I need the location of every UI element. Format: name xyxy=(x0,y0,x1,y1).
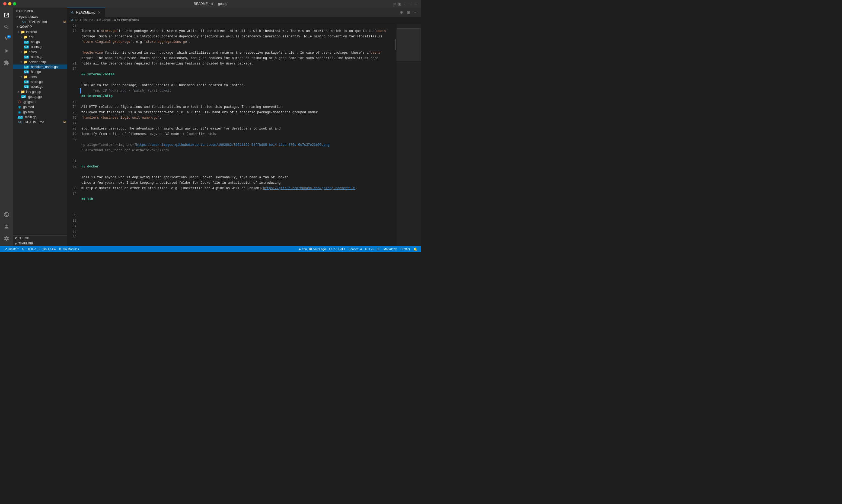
go-icon: Go xyxy=(24,46,29,49)
minimize-button[interactable] xyxy=(8,2,12,5)
folder-lib-icon: 📁 xyxy=(21,90,25,94)
file-gitignore[interactable]: ⬡ .gitignore xyxy=(13,99,67,104)
code-line-82: e.g. handlers_users.go. The advantage of… xyxy=(81,126,394,137)
git-branch[interactable]: ⎇ master* xyxy=(2,246,20,252)
code-line-78: ## internal/http xyxy=(81,93,394,99)
go-modules-icon: ⚙ xyxy=(59,247,62,251)
open-changes-button[interactable]: ⊕ xyxy=(398,9,405,15)
line-ending[interactable]: LF xyxy=(375,246,382,252)
activity-source-control[interactable]: 0 xyxy=(1,34,12,44)
breadcrumb-internal-notes[interactable]: ◈## internal/notes xyxy=(114,18,139,22)
go-icon: Go xyxy=(24,41,29,43)
file-handlers-users-go[interactable]: Go handlers_users.go xyxy=(13,65,67,69)
sync-status[interactable]: ↻ xyxy=(20,246,26,252)
file-notes-go[interactable]: Go notes.go xyxy=(13,54,67,59)
breadcrumb: M↓README.md › ◈# Goapp › ◈## internal/no… xyxy=(67,17,421,23)
code-line-73 xyxy=(81,66,394,72)
timeline-label[interactable]: ▶ TIMELINE xyxy=(13,241,67,246)
folder-notes[interactable]: ▾ 📁 notes xyxy=(13,49,67,54)
folder-api-icon: 📁 xyxy=(23,35,28,39)
go-modules[interactable]: ⚙ Go Modules xyxy=(57,246,80,252)
file-store-go[interactable]: Go store.go xyxy=(13,79,67,84)
folder-server-http[interactable]: ▾ 📁 server / http xyxy=(13,59,67,65)
open-editor-readme[interactable]: M↓ README.md M xyxy=(13,19,67,24)
activity-remote[interactable] xyxy=(1,209,12,220)
split-editor-icon[interactable]: ⊞ xyxy=(393,2,396,6)
activity-account[interactable] xyxy=(1,221,12,232)
file-goapp-go[interactable]: Go goapp.go xyxy=(13,94,67,99)
tab-icon: M↓ xyxy=(70,11,74,14)
folder-users[interactable]: ▾ 📁 users xyxy=(13,74,67,79)
editor-lines[interactable]: There's a `store.go` in this package whi… xyxy=(79,23,394,246)
go-back-icon[interactable]: ← xyxy=(403,2,407,6)
warning-icon: ⚠ xyxy=(34,247,37,251)
folder-lib-goapp[interactable]: ▾ 📁 lib / goapp xyxy=(13,89,67,94)
errors-count[interactable]: ⊗ 0 ⚠ 0 xyxy=(26,246,41,252)
git-blame[interactable]: ◈ You, 18 hours ago xyxy=(297,246,328,252)
scrollbar-thumb[interactable] xyxy=(395,39,396,50)
formatter[interactable]: Prettier xyxy=(399,246,412,252)
split-editor-right-button[interactable]: ⊞ xyxy=(405,9,412,15)
file-readme-root[interactable]: M↓ README.md M xyxy=(13,120,67,125)
activity-extensions[interactable] xyxy=(1,57,12,68)
folder-internal[interactable]: ▾ 📁 internal xyxy=(13,29,67,34)
go-icon: Go xyxy=(24,80,29,84)
breadcrumb-readme[interactable]: M↓README.md xyxy=(70,18,93,22)
maximize-button[interactable] xyxy=(13,2,16,5)
minimap[interactable] xyxy=(397,23,421,246)
goapp-label[interactable]: ▾ GOAPP xyxy=(13,24,67,29)
bell-icon: 🔔 xyxy=(413,247,417,251)
git-icon: ⬡ xyxy=(18,100,21,104)
file-users-go-api[interactable]: Go users.go xyxy=(13,44,67,49)
tab-close-button[interactable]: ✕ xyxy=(97,10,101,15)
open-editors-label[interactable]: ▾ Open Editors xyxy=(13,15,67,19)
go-icon: Go xyxy=(24,66,29,69)
goapp-arrow: ▾ xyxy=(15,25,19,28)
go-icon: Go xyxy=(24,85,29,88)
file-http-go[interactable]: Go http.go xyxy=(13,69,67,74)
folder-notes-icon: 📁 xyxy=(23,50,28,54)
file-api-go[interactable]: Go api.go xyxy=(13,39,67,44)
indentation[interactable]: Spaces: 4 xyxy=(347,246,363,252)
source-control-badge: 0 xyxy=(7,35,11,38)
editor-area: M↓ README.md ✕ ⊕ ⊞ ⋯ M↓README.md › ◈# Go… xyxy=(67,7,421,246)
language-mode[interactable]: Markdown xyxy=(382,246,399,252)
layout-icon[interactable]: ▣ xyxy=(398,2,401,6)
more-options-button[interactable]: ⋯ xyxy=(412,9,419,15)
activity-search[interactable] xyxy=(1,22,12,33)
notifications-icon[interactable]: 🔔 xyxy=(412,246,419,252)
open-editors-arrow: ▾ xyxy=(15,16,19,18)
cursor-position[interactable]: Ln 77, Col 1 xyxy=(328,246,347,252)
status-bar: ⎇ master* ↻ ⊗ 0 ⚠ 0 Go 1.14.4 ⚙ Go Modul… xyxy=(0,246,421,252)
more-actions-icon[interactable]: ··· xyxy=(415,2,418,6)
md-icon: M↓ xyxy=(22,20,26,24)
window-controls[interactable] xyxy=(3,2,16,5)
go-version[interactable]: Go 1.14.4 xyxy=(41,246,57,252)
activity-run[interactable] xyxy=(1,46,12,56)
code-line-75 xyxy=(81,77,394,83)
code-line-70: There's a `store.go` in this package whi… xyxy=(81,29,394,45)
code-line-74: ## internal/notes xyxy=(81,72,394,77)
file-go-mod[interactable]: ◉ go.mod xyxy=(13,104,67,109)
close-button[interactable] xyxy=(3,2,6,5)
file-go-sum[interactable]: ◉ go.sum xyxy=(13,109,67,114)
editor-actions: ⊕ ⊞ ⋯ xyxy=(398,9,421,15)
bottom-panels: OUTLINE ▶ TIMELINE xyxy=(13,235,67,246)
tab-readme[interactable]: M↓ README.md ✕ xyxy=(67,7,105,17)
folder-users-arrow: ▾ xyxy=(19,76,23,78)
file-main-go[interactable]: Go main.go xyxy=(13,114,67,120)
activity-explorer[interactable] xyxy=(1,10,12,21)
code-line-76: Similar to the users package, 'notes' ha… xyxy=(81,83,394,88)
go-forward-icon[interactable]: → xyxy=(409,2,413,6)
outline-label[interactable]: OUTLINE xyxy=(13,236,67,241)
file-users-go[interactable]: Go users.go xyxy=(13,84,67,89)
folder-api[interactable]: ▾ 📁 api xyxy=(13,34,67,39)
breadcrumb-goapp[interactable]: ◈# Goapp xyxy=(96,18,111,22)
code-line-91: ## lib xyxy=(81,196,394,202)
folder-lib-arrow: ▾ xyxy=(16,90,21,93)
editor-scrollbar[interactable] xyxy=(394,23,397,246)
minimap-viewport[interactable] xyxy=(397,29,421,61)
titlebar-actions[interactable]: ⊞ ▣ ← → ··· xyxy=(393,2,418,6)
activity-settings[interactable] xyxy=(1,233,12,244)
encoding[interactable]: UTF-8 xyxy=(363,246,375,252)
